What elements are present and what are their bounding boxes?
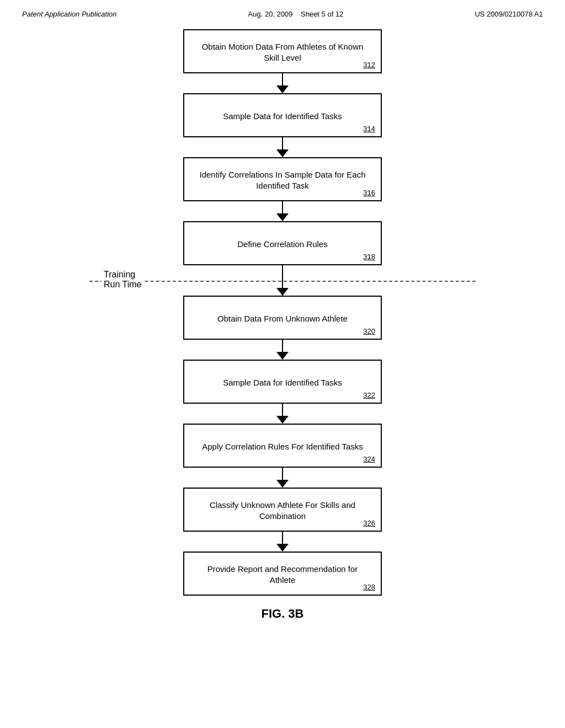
box-314-text: Sample Data for Identified Tasks (223, 111, 342, 122)
box-322-number: 322 (363, 391, 375, 399)
box-322-text: Sample Data for Identified Tasks (223, 377, 342, 388)
box-318: Define Correlation Rules 318 (183, 221, 382, 265)
arrow-4 (276, 340, 289, 360)
box-312-number: 312 (363, 61, 375, 69)
arrow-stem-1 (282, 73, 283, 85)
page-header: Patent Application Publication Aug. 20, … (0, 0, 565, 24)
box-312-text: Obtain Motion Data From Athletes of Know… (194, 41, 371, 64)
box-320: Obtain Data From Unknown Athlete 320 (183, 296, 382, 340)
box-326-text: Classify Unknown Athlete For Skills and … (194, 500, 371, 522)
box-328: Provide Report and Recommendation for At… (183, 552, 382, 596)
figure-caption: FIG. 3B (261, 607, 303, 621)
arrow-stem-3 (282, 201, 283, 213)
box-316-number: 316 (363, 189, 375, 197)
arrow-head-3 (276, 213, 289, 221)
diagram-area: Obtain Motion Data From Athletes of Know… (0, 24, 565, 638)
arrow-stem-7 (282, 532, 283, 544)
box-328-number: 328 (363, 583, 375, 591)
arrow-head-5 (276, 416, 289, 424)
arrow-stem-2 (282, 137, 283, 149)
box-316: Identify Correlations In Sample Data for… (183, 157, 382, 201)
arrow-head-6 (276, 480, 289, 488)
box-326: Classify Unknown Athlete For Skills and … (183, 488, 382, 532)
arrow-stem-6 (282, 468, 283, 480)
divider-label-training: Training (104, 270, 141, 280)
arrow-head-4 (276, 352, 289, 360)
arrow-1 (276, 73, 289, 93)
arrow-2 (276, 137, 289, 157)
box-314: Sample Data for Identified Tasks 314 (183, 93, 382, 137)
header-right: US 2009/0210078 A1 (475, 10, 543, 18)
box-326-number: 326 (363, 519, 375, 527)
divider-section: Training Run Time (89, 265, 476, 296)
header-left: Patent Application Publication (22, 10, 117, 18)
arrow-6 (276, 468, 289, 488)
arrow-7 (276, 532, 289, 552)
box-316-text: Identify Correlations In Sample Data for… (194, 169, 371, 192)
box-324-text: Apply Correlation Rules For Identified T… (202, 441, 363, 452)
box-328-text: Provide Report and Recommendation for At… (194, 564, 371, 586)
box-320-text: Obtain Data From Unknown Athlete (217, 313, 348, 324)
box-324-number: 324 (363, 455, 375, 463)
box-312: Obtain Motion Data From Athletes of Know… (183, 29, 382, 73)
arrow-head-7 (276, 544, 289, 552)
arrow-3 (276, 201, 289, 221)
divider-label: Training Run Time (102, 270, 143, 290)
header-center: Aug. 20, 2009 Sheet 5 of 12 (248, 10, 344, 18)
arrow-stem-4 (282, 340, 283, 352)
box-324: Apply Correlation Rules For Identified T… (183, 424, 382, 468)
box-320-number: 320 (363, 327, 375, 335)
box-318-number: 318 (363, 253, 375, 261)
box-314-number: 314 (363, 125, 375, 133)
arrow-head-2 (276, 149, 289, 157)
divider-label-runtime: Run Time (104, 280, 141, 290)
arrow-head-1 (276, 85, 289, 93)
box-322: Sample Data for Identified Tasks 322 (183, 360, 382, 404)
arrow-5 (276, 404, 289, 424)
box-318-text: Define Correlation Rules (237, 239, 327, 250)
arrow-stem-5 (282, 404, 283, 416)
